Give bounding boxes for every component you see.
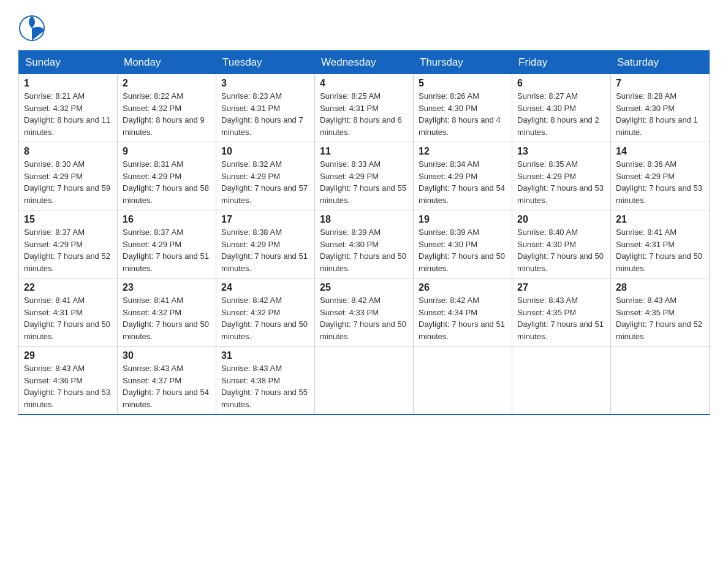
day-number: 15 — [24, 214, 112, 225]
calendar-week-row: 1 Sunrise: 8:21 AM Sunset: 4:32 PM Dayli… — [19, 74, 710, 142]
day-info: Sunrise: 8:41 AM Sunset: 4:31 PM Dayligh… — [24, 294, 112, 342]
day-number: 5 — [419, 78, 507, 89]
calendar-day-header: Saturday — [611, 51, 710, 74]
calendar-week-row: 29 Sunrise: 8:43 AM Sunset: 4:36 PM Dayl… — [19, 347, 710, 415]
day-info: Sunrise: 8:42 AM Sunset: 4:32 PM Dayligh… — [221, 294, 309, 342]
day-info: Sunrise: 8:25 AM Sunset: 4:31 PM Dayligh… — [320, 90, 408, 138]
day-info: Sunrise: 8:35 AM Sunset: 4:29 PM Dayligh… — [517, 158, 605, 206]
day-info: Sunrise: 8:37 AM Sunset: 4:29 PM Dayligh… — [24, 226, 112, 274]
day-number: 8 — [24, 146, 112, 157]
calendar-day-header: Tuesday — [216, 51, 315, 74]
day-number: 30 — [123, 350, 211, 361]
day-info: Sunrise: 8:34 AM Sunset: 4:29 PM Dayligh… — [419, 158, 507, 206]
day-number: 20 — [517, 214, 605, 225]
day-number: 6 — [517, 78, 605, 89]
calendar-cell: 27 Sunrise: 8:43 AM Sunset: 4:35 PM Dayl… — [512, 278, 611, 347]
calendar-cell: 31 Sunrise: 8:43 AM Sunset: 4:38 PM Dayl… — [216, 347, 315, 415]
logo — [18, 12, 48, 44]
day-number: 23 — [123, 282, 211, 293]
calendar-cell: 22 Sunrise: 8:41 AM Sunset: 4:31 PM Dayl… — [19, 278, 118, 347]
day-number: 14 — [616, 146, 704, 157]
day-info: Sunrise: 8:23 AM Sunset: 4:31 PM Dayligh… — [221, 90, 309, 138]
day-info: Sunrise: 8:43 AM Sunset: 4:37 PM Dayligh… — [123, 362, 211, 410]
day-number: 10 — [221, 146, 309, 157]
day-info: Sunrise: 8:43 AM Sunset: 4:38 PM Dayligh… — [221, 362, 309, 410]
day-info: Sunrise: 8:32 AM Sunset: 4:29 PM Dayligh… — [221, 158, 309, 206]
calendar-cell: 2 Sunrise: 8:22 AM Sunset: 4:32 PM Dayli… — [118, 74, 216, 142]
day-info: Sunrise: 8:21 AM Sunset: 4:32 PM Dayligh… — [24, 90, 112, 138]
calendar-cell — [414, 347, 512, 415]
calendar-week-row: 8 Sunrise: 8:30 AM Sunset: 4:29 PM Dayli… — [19, 142, 710, 210]
day-info: Sunrise: 8:41 AM Sunset: 4:32 PM Dayligh… — [123, 294, 211, 342]
day-info: Sunrise: 8:43 AM Sunset: 4:35 PM Dayligh… — [517, 294, 605, 342]
calendar-cell: 21 Sunrise: 8:41 AM Sunset: 4:31 PM Dayl… — [611, 210, 710, 278]
calendar-header-row: SundayMondayTuesdayWednesdayThursdayFrid… — [19, 51, 710, 74]
day-number: 1 — [24, 78, 112, 89]
logo-icon — [18, 12, 45, 44]
day-info: Sunrise: 8:42 AM Sunset: 4:34 PM Dayligh… — [419, 294, 507, 342]
day-number: 24 — [221, 282, 309, 293]
day-info: Sunrise: 8:40 AM Sunset: 4:30 PM Dayligh… — [517, 226, 605, 274]
calendar-cell: 18 Sunrise: 8:39 AM Sunset: 4:30 PM Dayl… — [315, 210, 414, 278]
day-info: Sunrise: 8:43 AM Sunset: 4:36 PM Dayligh… — [24, 362, 112, 410]
day-number: 21 — [616, 214, 704, 225]
day-info: Sunrise: 8:28 AM Sunset: 4:30 PM Dayligh… — [616, 90, 704, 138]
calendar-cell: 10 Sunrise: 8:32 AM Sunset: 4:29 PM Dayl… — [216, 142, 315, 210]
calendar-cell: 11 Sunrise: 8:33 AM Sunset: 4:29 PM Dayl… — [315, 142, 414, 210]
calendar-cell: 13 Sunrise: 8:35 AM Sunset: 4:29 PM Dayl… — [512, 142, 611, 210]
day-number: 7 — [616, 78, 704, 89]
day-number: 2 — [123, 78, 211, 89]
day-number: 17 — [221, 214, 309, 225]
day-info: Sunrise: 8:38 AM Sunset: 4:29 PM Dayligh… — [221, 226, 309, 274]
calendar-cell: 3 Sunrise: 8:23 AM Sunset: 4:31 PM Dayli… — [216, 74, 315, 142]
calendar-cell: 28 Sunrise: 8:43 AM Sunset: 4:35 PM Dayl… — [611, 278, 710, 347]
calendar-cell: 6 Sunrise: 8:27 AM Sunset: 4:30 PM Dayli… — [512, 74, 611, 142]
calendar-cell: 14 Sunrise: 8:36 AM Sunset: 4:29 PM Dayl… — [611, 142, 710, 210]
calendar-cell: 12 Sunrise: 8:34 AM Sunset: 4:29 PM Dayl… — [414, 142, 512, 210]
calendar-cell: 9 Sunrise: 8:31 AM Sunset: 4:29 PM Dayli… — [118, 142, 216, 210]
day-number: 3 — [221, 78, 309, 89]
calendar-week-row: 15 Sunrise: 8:37 AM Sunset: 4:29 PM Dayl… — [19, 210, 710, 278]
calendar-cell: 24 Sunrise: 8:42 AM Sunset: 4:32 PM Dayl… — [216, 278, 315, 347]
calendar-cell: 5 Sunrise: 8:26 AM Sunset: 4:30 PM Dayli… — [414, 74, 512, 142]
day-number: 11 — [320, 146, 408, 157]
day-number: 22 — [24, 282, 112, 293]
day-number: 27 — [517, 282, 605, 293]
calendar-cell: 30 Sunrise: 8:43 AM Sunset: 4:37 PM Dayl… — [118, 347, 216, 415]
calendar-day-header: Thursday — [414, 51, 512, 74]
day-info: Sunrise: 8:36 AM Sunset: 4:29 PM Dayligh… — [616, 158, 704, 206]
day-info: Sunrise: 8:22 AM Sunset: 4:32 PM Dayligh… — [123, 90, 211, 138]
day-info: Sunrise: 8:41 AM Sunset: 4:31 PM Dayligh… — [616, 226, 704, 274]
calendar-cell: 17 Sunrise: 8:38 AM Sunset: 4:29 PM Dayl… — [216, 210, 315, 278]
calendar-day-header: Sunday — [19, 51, 118, 74]
calendar-cell: 4 Sunrise: 8:25 AM Sunset: 4:31 PM Dayli… — [315, 74, 414, 142]
day-number: 12 — [419, 146, 507, 157]
day-number: 4 — [320, 78, 408, 89]
calendar-cell: 29 Sunrise: 8:43 AM Sunset: 4:36 PM Dayl… — [19, 347, 118, 415]
day-number: 9 — [123, 146, 211, 157]
day-info: Sunrise: 8:33 AM Sunset: 4:29 PM Dayligh… — [320, 158, 408, 206]
calendar-cell: 7 Sunrise: 8:28 AM Sunset: 4:30 PM Dayli… — [611, 74, 710, 142]
day-number: 28 — [616, 282, 704, 293]
calendar-cell — [315, 347, 414, 415]
day-info: Sunrise: 8:30 AM Sunset: 4:29 PM Dayligh… — [24, 158, 112, 206]
day-info: Sunrise: 8:39 AM Sunset: 4:30 PM Dayligh… — [320, 226, 408, 274]
calendar-cell: 25 Sunrise: 8:42 AM Sunset: 4:33 PM Dayl… — [315, 278, 414, 347]
day-number: 26 — [419, 282, 507, 293]
calendar-cell: 16 Sunrise: 8:37 AM Sunset: 4:29 PM Dayl… — [118, 210, 216, 278]
calendar-cell — [611, 347, 710, 415]
day-number: 29 — [24, 350, 112, 361]
day-number: 25 — [320, 282, 408, 293]
day-info: Sunrise: 8:27 AM Sunset: 4:30 PM Dayligh… — [517, 90, 605, 138]
calendar-day-header: Wednesday — [315, 51, 414, 74]
calendar-cell: 23 Sunrise: 8:41 AM Sunset: 4:32 PM Dayl… — [118, 278, 216, 347]
day-number: 19 — [419, 214, 507, 225]
day-number: 18 — [320, 214, 408, 225]
day-info: Sunrise: 8:42 AM Sunset: 4:33 PM Dayligh… — [320, 294, 408, 342]
page-header — [18, 12, 710, 44]
day-number: 31 — [221, 350, 309, 361]
day-info: Sunrise: 8:31 AM Sunset: 4:29 PM Dayligh… — [123, 158, 211, 206]
day-info: Sunrise: 8:37 AM Sunset: 4:29 PM Dayligh… — [123, 226, 211, 274]
calendar-day-header: Monday — [118, 51, 216, 74]
calendar-cell: 8 Sunrise: 8:30 AM Sunset: 4:29 PM Dayli… — [19, 142, 118, 210]
